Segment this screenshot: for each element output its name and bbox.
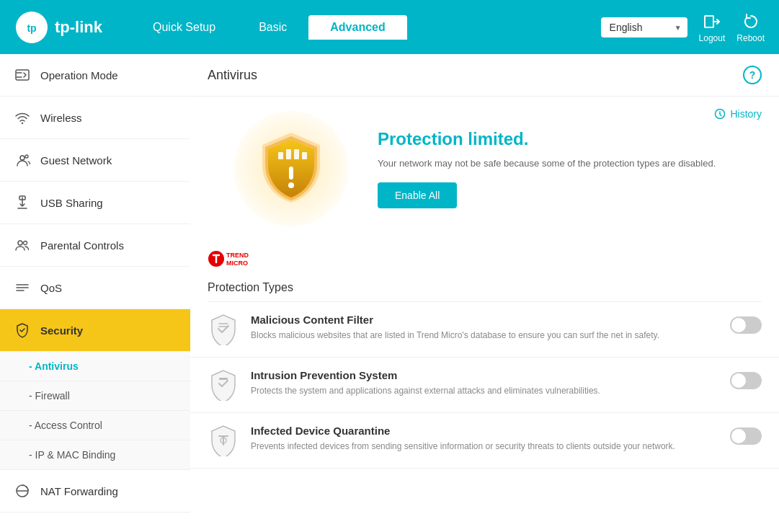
reboot-button[interactable]: Reboot: [736, 12, 765, 43]
infected-device-quarantine-toggle[interactable]: [730, 427, 762, 445]
nav-tabs: Quick Setup Basic Advanced: [131, 15, 601, 40]
tab-quick-setup[interactable]: Quick Setup: [131, 15, 237, 40]
svg-rect-12: [278, 152, 283, 159]
svg-point-6: [25, 155, 28, 158]
trend-micro-logo: TREND MICRO: [208, 248, 265, 270]
protection-item-infected-device-quarantine: Infected Device Quarantine Prevents infe…: [190, 413, 779, 469]
sidebar-sub-item-access-control[interactable]: - Access Control: [0, 411, 190, 440]
sidebar-item-operation-mode[interactable]: Operation Mode: [0, 54, 190, 97]
sidebar-sub-item-ip-mac-binding[interactable]: - IP & MAC Binding: [0, 440, 190, 470]
intrusion-prevention-text: Intrusion Prevention System Protects the…: [251, 369, 718, 397]
help-button[interactable]: ?: [743, 66, 762, 84]
history-icon: [714, 108, 726, 120]
logo-text: tp-link: [55, 18, 102, 37]
sidebar-item-nat-forwarding[interactable]: NAT Forwarding: [0, 470, 190, 513]
malicious-content-filter-text: Malicious Content Filter Blocks maliciou…: [251, 314, 718, 342]
sidebar-item-usb-sharing[interactable]: USB Sharing: [0, 182, 190, 224]
content-header: Antivirus ?: [190, 54, 779, 97]
protection-description: Your network may not be safe because som…: [378, 156, 762, 171]
header: tp tp-link Quick Setup Basic Advanced En…: [0, 0, 779, 54]
infected-device-quarantine-icon: [208, 425, 239, 456]
sidebar-sub-menu: - Antivirus - Firewall - Access Control …: [0, 352, 190, 470]
svg-rect-15: [302, 152, 307, 159]
main-layout: Operation Mode Wireless Guest Network: [0, 54, 779, 532]
intrusion-prevention-icon: [208, 369, 239, 401]
svg-rect-14: [294, 149, 299, 159]
svg-text:tp: tp: [27, 22, 36, 34]
sidebar-item-label: USB Sharing: [40, 197, 103, 209]
protection-item-name: Malicious Content Filter: [251, 314, 718, 326]
guest-network-icon: [14, 152, 30, 168]
svg-rect-13: [286, 149, 291, 159]
nat-forwarding-icon: [14, 483, 30, 499]
sidebar: Operation Mode Wireless Guest Network: [0, 54, 190, 532]
protection-item-malicious-content-filter: Malicious Content Filter Blocks maliciou…: [190, 302, 779, 358]
history-link[interactable]: History: [714, 108, 762, 120]
svg-point-5: [20, 156, 25, 160]
svg-point-9: [24, 241, 27, 245]
sidebar-item-label: QoS: [40, 282, 62, 294]
svg-rect-16: [289, 167, 293, 179]
reboot-icon: [741, 12, 761, 32]
sidebar-item-label: Guest Network: [40, 154, 112, 167]
protection-item-name: Intrusion Prevention System: [251, 369, 718, 381]
usb-sharing-icon: [14, 195, 30, 210]
language-select[interactable]: English: [601, 17, 687, 37]
sidebar-item-guest-network[interactable]: Guest Network: [0, 139, 190, 182]
svg-point-17: [288, 182, 294, 188]
intrusion-prevention-toggle[interactable]: [730, 372, 762, 389]
malicious-content-filter-icon: [208, 314, 239, 345]
sidebar-item-label: NAT Forwarding: [40, 485, 118, 497]
sidebar-item-label: Security: [40, 324, 83, 337]
logout-icon: [702, 12, 722, 32]
security-icon: [14, 322, 30, 338]
sidebar-item-label: Wireless: [40, 112, 82, 124]
protection-title: Protection limited.: [378, 129, 762, 149]
sidebar-item-label: Parental Controls: [40, 239, 124, 252]
logout-button[interactable]: Logout: [699, 12, 726, 43]
protection-item-name: Infected Device Quarantine: [251, 425, 718, 437]
protection-status-section: History: [190, 97, 779, 241]
svg-point-8: [18, 241, 22, 245]
sidebar-item-parental-controls[interactable]: Parental Controls: [0, 224, 190, 267]
shield-container: [233, 111, 349, 226]
sidebar-item-wireless[interactable]: Wireless: [0, 97, 190, 139]
wireless-icon: [14, 110, 30, 125]
shield-icon: [255, 129, 327, 208]
protection-item-intrusion-prevention: Intrusion Prevention System Protects the…: [190, 358, 779, 413]
trend-micro-branding: TREND MICRO: [190, 241, 779, 270]
sidebar-item-label: Operation Mode: [40, 69, 118, 81]
shield-glow: [233, 111, 349, 226]
language-selector-wrapper: English: [601, 17, 687, 37]
status-text-block: Protection limited. Your network may not…: [378, 129, 762, 208]
sidebar-item-security[interactable]: Security: [0, 309, 190, 352]
content-area: Antivirus ? History: [190, 54, 779, 532]
tp-link-logo-icon: tp: [14, 10, 49, 45]
svg-rect-2: [705, 16, 713, 27]
tab-basic[interactable]: Basic: [237, 15, 308, 40]
tab-advanced[interactable]: Advanced: [308, 15, 406, 40]
svg-text:MICRO: MICRO: [226, 260, 248, 267]
protection-item-desc: Blocks malicious websites that are liste…: [251, 329, 718, 342]
logo: tp tp-link: [14, 10, 102, 45]
protection-types-title: Protection Types: [190, 270, 779, 301]
page-title: Antivirus: [208, 68, 257, 83]
protection-item-desc: Prevents infected devices from sending s…: [251, 440, 718, 453]
header-right: English Logout Reboot: [601, 12, 765, 43]
svg-rect-23: [219, 378, 228, 380]
sidebar-sub-item-antivirus[interactable]: - Antivirus: [0, 352, 190, 381]
svg-rect-3: [16, 70, 29, 80]
qos-icon: [14, 280, 30, 296]
operation-mode-icon: [14, 67, 30, 83]
malicious-content-filter-toggle[interactable]: [730, 316, 762, 334]
protection-item-desc: Protects the system and applications aga…: [251, 384, 718, 397]
svg-point-4: [22, 123, 23, 124]
svg-text:TREND: TREND: [226, 252, 249, 259]
sidebar-sub-item-firewall[interactable]: - Firewall: [0, 381, 190, 411]
infected-device-quarantine-text: Infected Device Quarantine Prevents infe…: [251, 425, 718, 453]
parental-controls-icon: [14, 237, 30, 253]
enable-all-button[interactable]: Enable All: [378, 182, 457, 208]
sidebar-item-qos[interactable]: QoS: [0, 267, 190, 309]
